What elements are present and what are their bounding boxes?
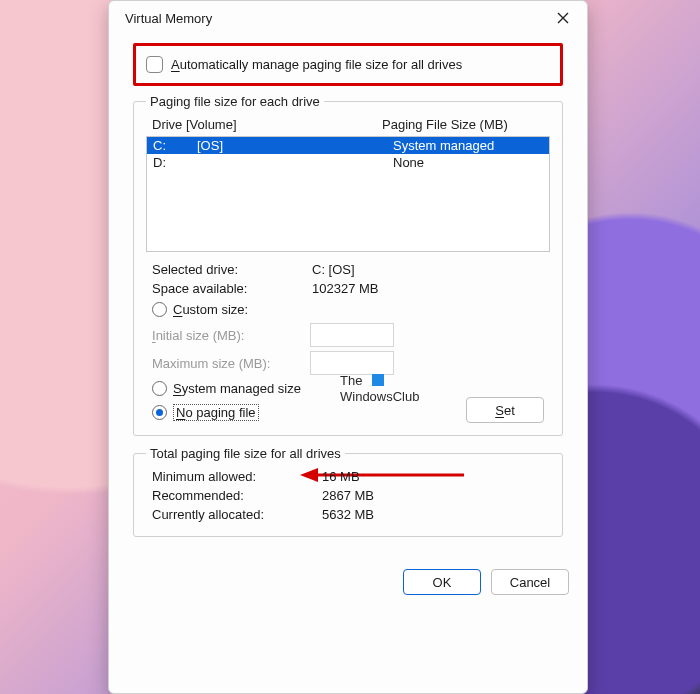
custom-size-label: Custom size: xyxy=(173,302,248,317)
paging-per-drive-group: Paging file size for each drive Drive [V… xyxy=(133,94,563,436)
ok-button[interactable]: OK xyxy=(403,569,481,595)
drive-listbox[interactable]: C: [OS] System managed D: None xyxy=(146,136,550,252)
set-button[interactable]: Set xyxy=(466,397,544,423)
drive-row[interactable]: D: None xyxy=(147,154,549,171)
maximum-size-row: Maximum size (MB): xyxy=(146,349,550,377)
custom-size-radio[interactable] xyxy=(152,302,167,317)
recommended-row: Recommended: 2867 MB xyxy=(146,486,550,505)
selected-drive-value: C: [OS] xyxy=(312,262,355,277)
totals-group: Total paging file size for all drives Mi… xyxy=(133,446,563,537)
drive-row[interactable]: C: [OS] System managed xyxy=(147,137,549,154)
maximum-size-input[interactable] xyxy=(310,351,394,375)
paging-group-legend: Paging file size for each drive xyxy=(146,94,324,109)
min-allowed-row: Minimum allowed: 16 MB xyxy=(146,467,550,486)
currently-allocated-value: 5632 MB xyxy=(322,507,374,522)
custom-size-radio-row: Custom size: xyxy=(146,298,550,321)
header-size: Paging File Size (MB) xyxy=(382,117,508,132)
desktop-background: Virtual Memory Automatically manage pagi… xyxy=(0,0,700,694)
no-paging-file-radio[interactable] xyxy=(152,405,167,420)
titlebar: Virtual Memory xyxy=(109,1,587,35)
initial-size-input[interactable] xyxy=(310,323,394,347)
space-available-row: Space available: 102327 MB xyxy=(146,279,550,298)
selected-drive-row: Selected drive: C: [OS] xyxy=(146,260,550,279)
cancel-button[interactable]: Cancel xyxy=(491,569,569,595)
window-title: Virtual Memory xyxy=(125,11,212,26)
auto-manage-highlight: Automatically manage paging file size fo… xyxy=(133,43,563,86)
recommended-value: 2867 MB xyxy=(322,488,374,503)
auto-manage-label: Automatically manage paging file size fo… xyxy=(171,57,462,72)
dialog-footer: OK Cancel xyxy=(109,559,587,609)
no-paging-file-label: No paging file xyxy=(173,404,259,421)
drive-list-header: Drive [Volume] Paging File Size (MB) xyxy=(146,115,550,136)
space-available-value: 102327 MB xyxy=(312,281,379,296)
system-managed-radio[interactable] xyxy=(152,381,167,396)
auto-manage-checkbox[interactable] xyxy=(146,56,163,73)
totals-legend: Total paging file size for all drives xyxy=(146,446,345,461)
close-icon xyxy=(557,12,569,24)
header-drive: Drive [Volume] xyxy=(152,117,382,132)
currently-allocated-row: Currently allocated: 5632 MB xyxy=(146,505,550,524)
initial-size-row: Initial size (MB): xyxy=(146,321,550,349)
min-allowed-value: 16 MB xyxy=(322,469,360,484)
close-button[interactable] xyxy=(549,4,577,32)
virtual-memory-dialog: Virtual Memory Automatically manage pagi… xyxy=(108,0,588,694)
system-managed-label: System managed size xyxy=(173,381,301,396)
